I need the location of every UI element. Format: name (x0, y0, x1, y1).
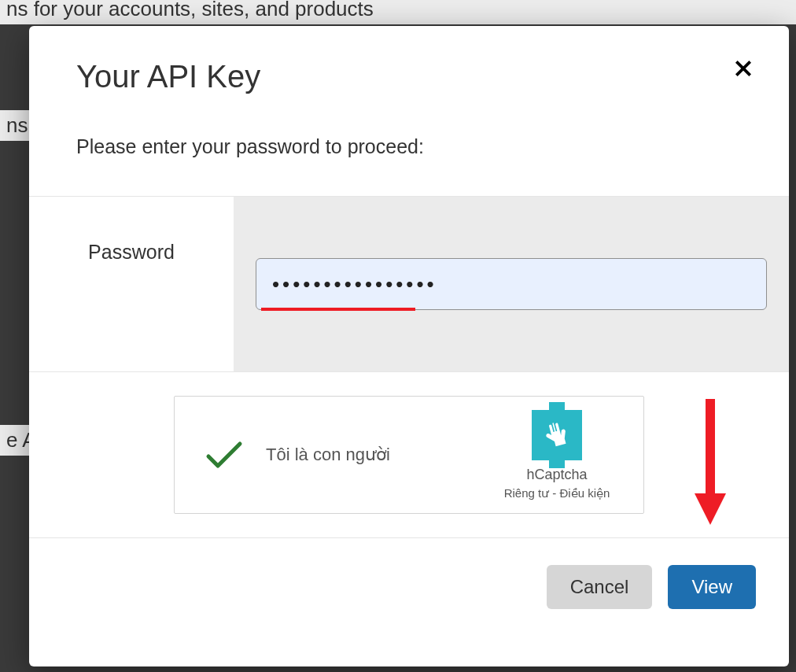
password-input[interactable] (256, 258, 767, 310)
close-button[interactable] (731, 56, 756, 81)
captcha-row: Tôi là con người hCaptcha Riêng tư - Điề… (29, 372, 789, 538)
hand-icon (541, 419, 573, 451)
annotation-underline (261, 308, 415, 311)
check-icon (205, 439, 243, 471)
hcaptcha-links[interactable]: Riêng tư - Điều kiện (504, 486, 610, 500)
hcaptcha-icon (532, 410, 582, 460)
captcha-widget[interactable]: Tôi là con người hCaptcha Riêng tư - Điề… (174, 396, 644, 514)
captcha-checkmark (203, 434, 245, 476)
hcaptcha-brand: hCaptcha (526, 467, 587, 483)
modal-footer: Cancel View (29, 538, 789, 636)
close-icon (733, 58, 754, 79)
bg-text-top: ns for your accounts, sites, and product… (0, 0, 796, 24)
cancel-button[interactable]: Cancel (547, 565, 653, 609)
modal-subtitle: Please enter your password to proceed: (76, 135, 742, 158)
view-button[interactable]: View (668, 565, 756, 609)
annotation-arrow-icon (687, 391, 734, 533)
captcha-badge: hCaptcha Riêng tư - Điều kiện (486, 410, 628, 500)
captcha-label: Tôi là con người (266, 445, 486, 465)
password-input-cell (234, 197, 789, 371)
password-row: Password (29, 197, 789, 372)
password-label: Password (29, 197, 234, 371)
api-key-modal: Your API Key Please enter your password … (29, 26, 789, 666)
modal-title: Your API Key (76, 59, 742, 94)
modal-header: Your API Key Please enter your password … (29, 26, 789, 197)
